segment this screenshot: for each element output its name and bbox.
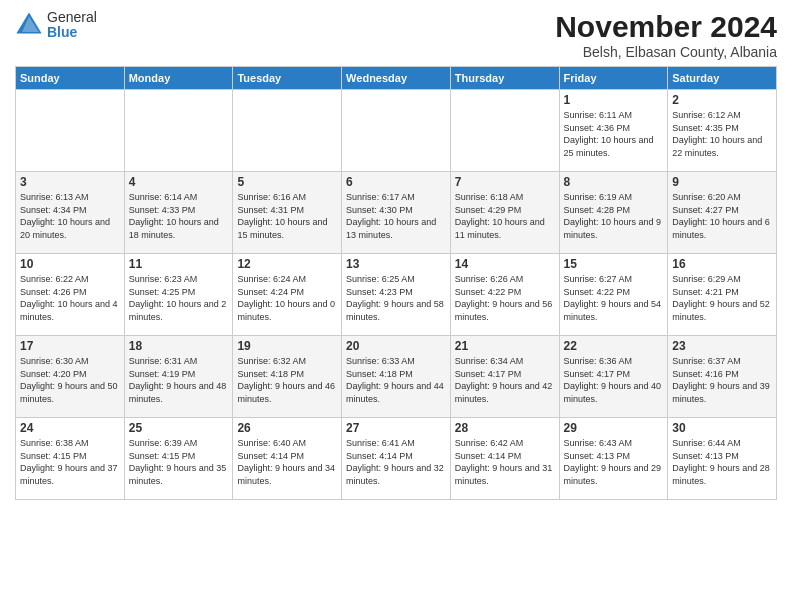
- calendar-cell: 10Sunrise: 6:22 AM Sunset: 4:26 PM Dayli…: [16, 254, 125, 336]
- logo: General Blue: [15, 10, 97, 41]
- day-number: 17: [20, 339, 120, 353]
- day-number: 20: [346, 339, 446, 353]
- calendar-cell: 15Sunrise: 6:27 AM Sunset: 4:22 PM Dayli…: [559, 254, 668, 336]
- calendar-cell: 16Sunrise: 6:29 AM Sunset: 4:21 PM Dayli…: [668, 254, 777, 336]
- day-number: 29: [564, 421, 664, 435]
- calendar-cell: 26Sunrise: 6:40 AM Sunset: 4:14 PM Dayli…: [233, 418, 342, 500]
- day-number: 9: [672, 175, 772, 189]
- day-number: 10: [20, 257, 120, 271]
- calendar-cell: 28Sunrise: 6:42 AM Sunset: 4:14 PM Dayli…: [450, 418, 559, 500]
- calendar-cell: 21Sunrise: 6:34 AM Sunset: 4:17 PM Dayli…: [450, 336, 559, 418]
- location-title: Belsh, Elbasan County, Albania: [555, 44, 777, 60]
- day-number: 21: [455, 339, 555, 353]
- header-day: Tuesday: [233, 67, 342, 90]
- calendar-cell: 23Sunrise: 6:37 AM Sunset: 4:16 PM Dayli…: [668, 336, 777, 418]
- day-number: 27: [346, 421, 446, 435]
- day-info: Sunrise: 6:23 AM Sunset: 4:25 PM Dayligh…: [129, 273, 229, 323]
- day-number: 25: [129, 421, 229, 435]
- calendar-cell: 8Sunrise: 6:19 AM Sunset: 4:28 PM Daylig…: [559, 172, 668, 254]
- calendar-cell: [233, 90, 342, 172]
- day-number: 7: [455, 175, 555, 189]
- day-info: Sunrise: 6:32 AM Sunset: 4:18 PM Dayligh…: [237, 355, 337, 405]
- day-info: Sunrise: 6:30 AM Sunset: 4:20 PM Dayligh…: [20, 355, 120, 405]
- day-number: 8: [564, 175, 664, 189]
- calendar-cell: 30Sunrise: 6:44 AM Sunset: 4:13 PM Dayli…: [668, 418, 777, 500]
- calendar-cell: 25Sunrise: 6:39 AM Sunset: 4:15 PM Dayli…: [124, 418, 233, 500]
- day-number: 4: [129, 175, 229, 189]
- day-info: Sunrise: 6:25 AM Sunset: 4:23 PM Dayligh…: [346, 273, 446, 323]
- day-number: 5: [237, 175, 337, 189]
- calendar-cell: 18Sunrise: 6:31 AM Sunset: 4:19 PM Dayli…: [124, 336, 233, 418]
- day-info: Sunrise: 6:27 AM Sunset: 4:22 PM Dayligh…: [564, 273, 664, 323]
- day-info: Sunrise: 6:41 AM Sunset: 4:14 PM Dayligh…: [346, 437, 446, 487]
- calendar-week-row: 3Sunrise: 6:13 AM Sunset: 4:34 PM Daylig…: [16, 172, 777, 254]
- day-info: Sunrise: 6:26 AM Sunset: 4:22 PM Dayligh…: [455, 273, 555, 323]
- header-day: Saturday: [668, 67, 777, 90]
- day-info: Sunrise: 6:40 AM Sunset: 4:14 PM Dayligh…: [237, 437, 337, 487]
- calendar-cell: 27Sunrise: 6:41 AM Sunset: 4:14 PM Dayli…: [342, 418, 451, 500]
- calendar-week-row: 1Sunrise: 6:11 AM Sunset: 4:36 PM Daylig…: [16, 90, 777, 172]
- day-info: Sunrise: 6:17 AM Sunset: 4:30 PM Dayligh…: [346, 191, 446, 241]
- day-number: 23: [672, 339, 772, 353]
- calendar-cell: 1Sunrise: 6:11 AM Sunset: 4:36 PM Daylig…: [559, 90, 668, 172]
- day-number: 24: [20, 421, 120, 435]
- day-info: Sunrise: 6:34 AM Sunset: 4:17 PM Dayligh…: [455, 355, 555, 405]
- calendar-cell: [16, 90, 125, 172]
- day-number: 30: [672, 421, 772, 435]
- calendar-cell: 11Sunrise: 6:23 AM Sunset: 4:25 PM Dayli…: [124, 254, 233, 336]
- logo-general-text: General: [47, 10, 97, 25]
- day-number: 3: [20, 175, 120, 189]
- calendar-cell: [450, 90, 559, 172]
- calendar-cell: 17Sunrise: 6:30 AM Sunset: 4:20 PM Dayli…: [16, 336, 125, 418]
- header-day: Monday: [124, 67, 233, 90]
- day-info: Sunrise: 6:22 AM Sunset: 4:26 PM Dayligh…: [20, 273, 120, 323]
- day-number: 26: [237, 421, 337, 435]
- calendar-week-row: 24Sunrise: 6:38 AM Sunset: 4:15 PM Dayli…: [16, 418, 777, 500]
- header-day: Friday: [559, 67, 668, 90]
- header: General Blue November 2024 Belsh, Elbasa…: [15, 10, 777, 60]
- calendar-cell: 4Sunrise: 6:14 AM Sunset: 4:33 PM Daylig…: [124, 172, 233, 254]
- day-info: Sunrise: 6:43 AM Sunset: 4:13 PM Dayligh…: [564, 437, 664, 487]
- calendar-cell: 19Sunrise: 6:32 AM Sunset: 4:18 PM Dayli…: [233, 336, 342, 418]
- calendar-cell: 13Sunrise: 6:25 AM Sunset: 4:23 PM Dayli…: [342, 254, 451, 336]
- day-number: 13: [346, 257, 446, 271]
- calendar-week-row: 17Sunrise: 6:30 AM Sunset: 4:20 PM Dayli…: [16, 336, 777, 418]
- day-info: Sunrise: 6:14 AM Sunset: 4:33 PM Dayligh…: [129, 191, 229, 241]
- header-row: SundayMondayTuesdayWednesdayThursdayFrid…: [16, 67, 777, 90]
- day-info: Sunrise: 6:16 AM Sunset: 4:31 PM Dayligh…: [237, 191, 337, 241]
- calendar-cell: 9Sunrise: 6:20 AM Sunset: 4:27 PM Daylig…: [668, 172, 777, 254]
- header-day: Thursday: [450, 67, 559, 90]
- day-info: Sunrise: 6:20 AM Sunset: 4:27 PM Dayligh…: [672, 191, 772, 241]
- day-number: 12: [237, 257, 337, 271]
- day-info: Sunrise: 6:24 AM Sunset: 4:24 PM Dayligh…: [237, 273, 337, 323]
- day-info: Sunrise: 6:13 AM Sunset: 4:34 PM Dayligh…: [20, 191, 120, 241]
- logo-blue-text: Blue: [47, 25, 97, 40]
- day-number: 14: [455, 257, 555, 271]
- calendar-cell: 22Sunrise: 6:36 AM Sunset: 4:17 PM Dayli…: [559, 336, 668, 418]
- day-info: Sunrise: 6:42 AM Sunset: 4:14 PM Dayligh…: [455, 437, 555, 487]
- page: General Blue November 2024 Belsh, Elbasa…: [0, 0, 792, 612]
- day-info: Sunrise: 6:18 AM Sunset: 4:29 PM Dayligh…: [455, 191, 555, 241]
- day-number: 22: [564, 339, 664, 353]
- day-info: Sunrise: 6:33 AM Sunset: 4:18 PM Dayligh…: [346, 355, 446, 405]
- header-day: Sunday: [16, 67, 125, 90]
- day-info: Sunrise: 6:37 AM Sunset: 4:16 PM Dayligh…: [672, 355, 772, 405]
- calendar-cell: 2Sunrise: 6:12 AM Sunset: 4:35 PM Daylig…: [668, 90, 777, 172]
- day-info: Sunrise: 6:31 AM Sunset: 4:19 PM Dayligh…: [129, 355, 229, 405]
- calendar-cell: 20Sunrise: 6:33 AM Sunset: 4:18 PM Dayli…: [342, 336, 451, 418]
- day-info: Sunrise: 6:36 AM Sunset: 4:17 PM Dayligh…: [564, 355, 664, 405]
- calendar-cell: 6Sunrise: 6:17 AM Sunset: 4:30 PM Daylig…: [342, 172, 451, 254]
- calendar-cell: 12Sunrise: 6:24 AM Sunset: 4:24 PM Dayli…: [233, 254, 342, 336]
- day-number: 2: [672, 93, 772, 107]
- day-info: Sunrise: 6:39 AM Sunset: 4:15 PM Dayligh…: [129, 437, 229, 487]
- day-info: Sunrise: 6:11 AM Sunset: 4:36 PM Dayligh…: [564, 109, 664, 159]
- calendar-cell: 7Sunrise: 6:18 AM Sunset: 4:29 PM Daylig…: [450, 172, 559, 254]
- calendar-week-row: 10Sunrise: 6:22 AM Sunset: 4:26 PM Dayli…: [16, 254, 777, 336]
- calendar-cell: 3Sunrise: 6:13 AM Sunset: 4:34 PM Daylig…: [16, 172, 125, 254]
- day-number: 6: [346, 175, 446, 189]
- day-info: Sunrise: 6:29 AM Sunset: 4:21 PM Dayligh…: [672, 273, 772, 323]
- calendar-cell: 29Sunrise: 6:43 AM Sunset: 4:13 PM Dayli…: [559, 418, 668, 500]
- title-area: November 2024 Belsh, Elbasan County, Alb…: [555, 10, 777, 60]
- day-number: 28: [455, 421, 555, 435]
- calendar-cell: [342, 90, 451, 172]
